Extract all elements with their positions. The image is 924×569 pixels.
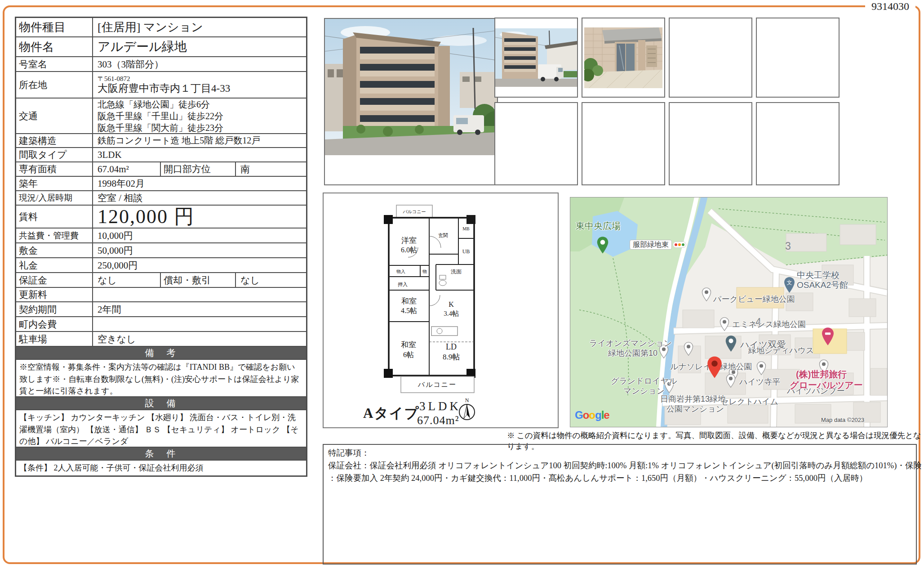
photo-placeholder (582, 102, 665, 185)
room-label-mb: MB (462, 226, 470, 231)
photo-placeholder (494, 102, 578, 185)
floor-plan-layout-label: 3LDK (419, 399, 461, 413)
room-label-japanese-room-45: 和室 (401, 297, 417, 305)
poi-pin-icon (702, 287, 711, 301)
school-pin-icon: 文 (783, 277, 795, 293)
map-label-grand-royal-line1: グランドロイヤル (611, 376, 677, 386)
building-photo-illustration (325, 19, 497, 155)
park-pin-icon (596, 236, 609, 254)
room-label-western-room: 洋室 (401, 236, 417, 245)
notes-title: 特記事項： (328, 447, 911, 460)
row-value (93, 317, 306, 331)
table-row-floor-area: 専有面積 67.04m² 開口部方位 南 (16, 162, 306, 177)
floor-plan-type-label: Aタイプ (363, 404, 420, 423)
transport-line: 阪急千里線「関大前」徒歩23分 (98, 122, 223, 134)
row-label: 賃料 (16, 206, 93, 228)
table-row-contract-period: 契約期間 2年間 (16, 302, 306, 317)
compass-icon: N (457, 397, 477, 423)
floor-plan-drawing: バルコニー (324, 193, 558, 427)
google-letter: G (575, 409, 583, 421)
table-row-built-year: 築年 1998年02月 (16, 177, 306, 191)
row-label: 契約期間 (16, 302, 93, 316)
room-size-japanese-room-6: 6帖 (403, 351, 414, 358)
table-row-parking: 駐車場 空きなし (16, 332, 306, 347)
map-label-soai: ハイツ双愛 (740, 340, 786, 350)
google-letter: o (583, 409, 589, 421)
map-label-lions-line2: 緑地公園第10 (608, 349, 657, 358)
row-value: 2年間 (93, 302, 306, 316)
map-label-nissho-line2: 公園マンション (666, 404, 724, 414)
photo-building-exterior-small (494, 18, 578, 98)
room-label-balcony-bottom: バルコニー (418, 381, 457, 388)
room-size-kitchen: 3.4帖 (444, 310, 459, 317)
transport-line: 北急線「緑地公園」徒歩6分 (98, 99, 223, 110)
row-label: 交通 (16, 99, 93, 133)
row-label-2: 償却・敷引 (161, 273, 236, 287)
map-label-sehou-line2: グローバルツアー (790, 380, 863, 390)
floor-plan: バルコニー (323, 193, 559, 428)
row-value-2: なし (236, 273, 306, 287)
svg-text:文: 文 (787, 279, 792, 286)
google-letter: o (589, 409, 595, 421)
room-label-ub: UB (462, 248, 470, 255)
row-value: 空室 / 相談 (93, 191, 306, 205)
table-row-property-type: 物件種目 [住居用] マンション (16, 18, 306, 37)
map-label-select-heim: セレクトハイム (720, 397, 778, 407)
building-truck-photo-illustration (495, 28, 577, 87)
section-text-remarks: ※空室情報・募集条件・案内方法等の確認は『ITANDI BB』で確認をお願い致し… (16, 360, 306, 397)
poi-pin-icon (684, 342, 693, 356)
google-letter: g (595, 409, 601, 421)
map-label-nissho-line1: 日商岩井第13緑地 (660, 394, 726, 404)
room-label-washroom: 洗面 (451, 269, 462, 275)
room-size-living-dining: 8.9帖 (443, 353, 460, 361)
map-label-terahira: ハイツ寺平 (739, 377, 780, 387)
room-size-western-room: 6.0帖 (401, 246, 417, 254)
table-row-room-number: 号室名 303（3階部分） (16, 57, 306, 72)
section-header-conditions: 条 件 (16, 448, 306, 461)
row-value: 303（3階部分） (93, 57, 306, 71)
row-value: [住居用] マンション (93, 18, 306, 36)
table-row-layout-type: 間取タイプ 3LDK (16, 148, 306, 162)
photo-placeholder (756, 18, 840, 98)
section-text-conditions: 【条件】 2人入居可能・子供可・保証会社利用必須 (16, 461, 306, 475)
special-notes-box: 特記事項： 保証会社：保証会社利用必須 オリコフォレントインシュア100 初回契… (323, 444, 917, 565)
table-row-rent: 賃料 120,000 円 (16, 206, 306, 228)
table-row-deposit: 敷金 50,000円 (16, 243, 306, 258)
table-row-transport: 交通 北急線「緑地公園」徒歩6分 阪急千里線「千里山」徒歩22分 阪急千里線「関… (16, 99, 306, 134)
table-row-security-deposit: 保証金 なし 償却・敷引 なし (16, 273, 306, 288)
property-location-pin-icon (706, 356, 723, 379)
complex-pin-icon (725, 335, 737, 352)
lodging-pin-icon (821, 327, 835, 346)
room-label-japanese-room-6: 和室 (401, 341, 416, 349)
row-label: 物件名 (16, 37, 93, 56)
room-size-japanese-room-45: 4.5帖 (401, 307, 417, 314)
photo-placeholder (669, 102, 752, 185)
row-label: 建築構造 (16, 134, 93, 147)
room-label-kitchen: K (449, 300, 454, 308)
map-data-attribution: Map data ©2023 (821, 417, 864, 423)
table-row-address: 所在地 〒561-0872 大阪府豊中市寺内１丁目4-33 (16, 72, 306, 99)
street-address: 大阪府豊中市寺内１丁目4-33 (98, 82, 230, 95)
row-value: 空きなし (93, 332, 306, 346)
row-label: 現況/入居時期 (16, 191, 93, 205)
map-label-school-line1: 中央工学校 (797, 270, 840, 280)
photo-placeholder (756, 102, 840, 185)
table-row-structure: 建築構造 鉄筋コンクリート造 地上5階 総戸数12戸 (16, 134, 306, 148)
row-value: 10,000円 (93, 228, 306, 242)
row-label: 共益費・管理費 (16, 228, 93, 242)
transport-line: 阪急千里線「千里山」徒歩22分 (98, 110, 223, 122)
row-value: 鉄筋コンクリート造 地上5階 総戸数12戸 (93, 134, 306, 147)
map-label-higashi-chuo-hiroba: 東中央広場 (576, 221, 621, 231)
map-label-eminence: エミネンス緑地公園 (732, 320, 806, 329)
map-label-sehou-line1: (株)世邦旅行 (796, 369, 847, 380)
row-label: 間取タイプ (16, 148, 93, 161)
map-label-grand-royal-line2: マンション (623, 386, 665, 396)
row-value: なし (93, 273, 161, 287)
row-label: 物件種目 (16, 18, 93, 36)
photo-placeholder (669, 18, 752, 98)
row-label: 駐車場 (16, 332, 93, 346)
row-label: 保証金 (16, 273, 93, 287)
poi-pin-icon (726, 374, 736, 388)
map-label-parkview: パークビュー緑地公園 (713, 295, 795, 304)
row-label-2: 開口部方位 (161, 162, 236, 176)
